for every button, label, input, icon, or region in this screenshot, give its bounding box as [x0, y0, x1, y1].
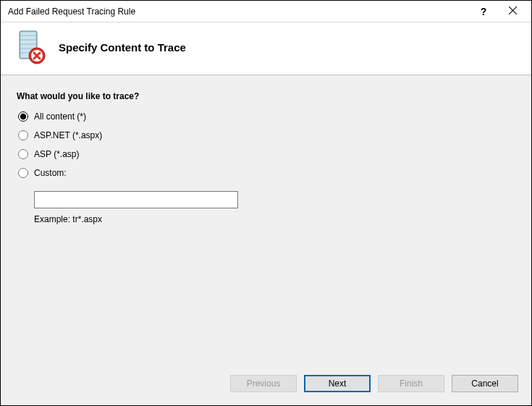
prompt-label: What would you like to trace? [17, 91, 515, 101]
titlebar: Add Failed Request Tracing Rule ? [1, 1, 531, 22]
example-label: Example: tr*.aspx [34, 214, 515, 224]
close-icon [509, 7, 517, 17]
option-aspnet[interactable]: ASP.NET (*.aspx) [18, 130, 515, 140]
option-label: ASP.NET (*.aspx) [34, 130, 102, 140]
wizard-title: Specify Content to Trace [59, 41, 186, 54]
option-label: Custom: [34, 168, 67, 178]
radio-all-content[interactable] [18, 111, 28, 122]
next-button[interactable]: Next [304, 375, 371, 392]
finish-button: Finish [378, 375, 444, 392]
option-custom[interactable]: Custom: [18, 168, 515, 178]
wizard-footer: Previous Next Finish Cancel [1, 365, 531, 405]
option-label: ASP (*.asp) [34, 149, 79, 159]
radio-aspnet[interactable] [18, 130, 28, 140]
previous-button: Previous [230, 375, 297, 392]
cancel-button[interactable]: Cancel [452, 375, 518, 392]
custom-block: Example: tr*.aspx [34, 191, 515, 224]
radio-custom[interactable] [18, 168, 28, 178]
help-button[interactable]: ? [469, 1, 498, 22]
help-icon: ? [481, 6, 487, 17]
trace-rule-icon [12, 30, 47, 64]
radio-asp[interactable] [18, 149, 28, 159]
option-all-content[interactable]: All content (*) [18, 111, 515, 122]
close-button[interactable] [498, 1, 527, 22]
wizard-header: Specify Content to Trace [1, 22, 531, 75]
wizard-content: What would you like to trace? All conten… [1, 75, 531, 365]
custom-pattern-input[interactable] [34, 191, 238, 208]
option-asp[interactable]: ASP (*.asp) [18, 149, 515, 159]
option-label: All content (*) [34, 111, 86, 122]
window-title: Add Failed Request Tracing Rule [8, 7, 469, 17]
trace-options-group: All content (*) ASP.NET (*.aspx) ASP (*.… [18, 111, 515, 224]
